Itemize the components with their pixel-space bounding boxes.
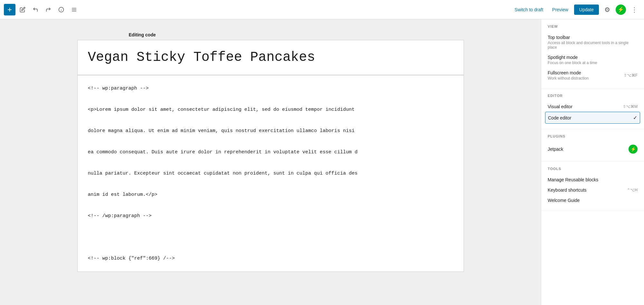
editor-area: Editing code Vegan Sticky Toffee Pancake… — [0, 19, 541, 305]
info-button[interactable] — [55, 4, 67, 15]
top-toolbar-item[interactable]: Top toolbar Access all block and documen… — [548, 32, 638, 52]
title-block: Vegan Sticky Toffee Pancakes — [77, 40, 464, 75]
plugins-section: PLUGINS Jetpack ⚡ — [541, 129, 644, 162]
view-section-label: VIEW — [548, 24, 638, 28]
editor-section-label: EDITOR — [548, 94, 638, 98]
post-title[interactable]: Vegan Sticky Toffee Pancakes — [88, 48, 453, 67]
main-layout: Editing code Vegan Sticky Toffee Pancake… — [0, 19, 644, 305]
spotlight-mode-item[interactable]: Spotlight mode Focus on one block at a t… — [548, 52, 638, 68]
jetpack-toolbar-icon[interactable]: ⚡ — [616, 5, 626, 15]
code-editor-item[interactable]: Code editor ✓ — [545, 112, 640, 124]
tools-section-label: TOOLS — [548, 167, 638, 171]
more-options-button[interactable]: ⋮ — [629, 4, 640, 15]
preview-button[interactable]: Preview — [549, 5, 572, 14]
visual-editor-item[interactable]: Visual editor ⇧⌥⌘M — [548, 101, 638, 112]
tools-section: TOOLS Manage Reusable blocks Keyboard sh… — [541, 162, 644, 211]
plugins-section-label: PLUGINS — [548, 134, 638, 138]
welcome-guide-item[interactable]: Welcome Guide — [548, 195, 638, 205]
switch-to-draft-button[interactable]: Switch to draft — [511, 5, 546, 14]
settings-button[interactable]: ⚙ — [601, 4, 613, 15]
keyboard-shortcuts-item[interactable]: Keyboard shortcuts ⌃⌥H — [548, 185, 638, 195]
top-toolbar: + Switch to draft Preview Update ⚙ ⚡ ⋮ — [0, 0, 644, 19]
fullscreen-mode-item[interactable]: Fullscreen mode Work without distraction… — [548, 68, 638, 83]
redo-button[interactable] — [43, 4, 54, 15]
edit-icon-button[interactable] — [17, 4, 28, 15]
list-view-button[interactable] — [68, 4, 80, 15]
undo-button[interactable] — [30, 4, 41, 15]
editor-section: EDITOR Visual editor ⇧⌥⌘M Code editor ✓ — [541, 89, 644, 129]
code-block[interactable]: <!-- wp:paragraph --> <p>Lorem ipsum dol… — [77, 75, 464, 272]
toolbar-right: Switch to draft Preview Update ⚙ ⚡ ⋮ — [511, 4, 640, 15]
add-block-button[interactable]: + — [4, 4, 15, 15]
dropdown-panel: VIEW Top toolbar Access all block and do… — [541, 19, 644, 305]
jetpack-bolt-icon: ⚡ — [629, 145, 638, 154]
toolbar-left: + — [4, 4, 510, 15]
manage-reusable-blocks-item[interactable]: Manage Reusable blocks — [548, 175, 638, 185]
update-button[interactable]: Update — [574, 5, 599, 15]
editing-code-label: Editing code — [77, 32, 464, 40]
jetpack-plugin-item[interactable]: Jetpack ⚡ — [548, 142, 638, 156]
view-section: VIEW Top toolbar Access all block and do… — [541, 19, 644, 89]
